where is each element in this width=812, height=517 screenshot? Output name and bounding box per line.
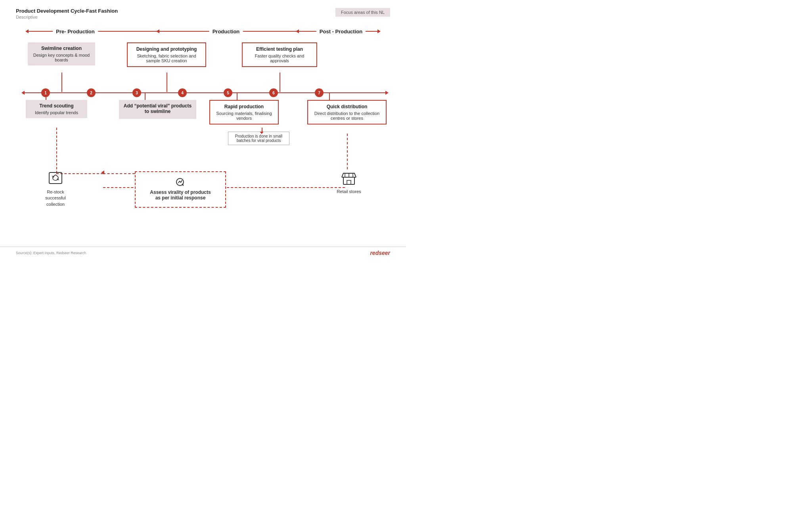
phases-row: Pre- Production Production Post - Produc… <box>16 24 390 38</box>
phase-sep-arrow-1 <box>156 29 159 33</box>
retail-label: Retail stores <box>337 189 361 194</box>
restock-icon <box>47 169 64 187</box>
v-conn-below-5 <box>237 93 237 100</box>
footer-source: Source(s): Expert Inputs, Redseer Resear… <box>16 251 86 255</box>
icon-retail: Retail stores <box>333 169 365 194</box>
note-text: Production is done in small batches for … <box>235 134 283 143</box>
box-trend-desc: Identify popular trends <box>30 110 83 115</box>
svg-line-8 <box>182 184 184 186</box>
box-rapid-title: Rapid production <box>214 104 274 109</box>
box-viral: Add “potential viral” products to swimli… <box>119 100 196 119</box>
box-trend-title: Trend scouting <box>30 103 83 109</box>
svg-rect-0 <box>343 177 354 184</box>
box-rapid-desc: Sourcing materials, finalising vendors <box>214 111 274 121</box>
note-arrowhead <box>260 132 264 134</box>
v-connector-1 <box>61 73 62 92</box>
retail-store-icon <box>340 169 358 187</box>
box-testing-desc: Faster quality checks and approvals <box>247 54 312 63</box>
box-assess: Assess virality of productsas per initia… <box>135 171 226 208</box>
timeline-arrow-left <box>21 91 25 95</box>
box-testing: Efficient testing plan Faster quality ch… <box>242 42 317 67</box>
box-viral-title: Add “potential viral” products to swimli… <box>123 103 192 114</box>
assess-title-text: Assess virality of productsas per initia… <box>141 177 220 201</box>
v-conn-below-3 <box>145 93 146 100</box>
dashed-h-left <box>103 173 135 174</box>
node-5: 5 <box>224 88 232 97</box>
v-connector-3 <box>280 73 280 92</box>
timeline: 1 2 3 4 5 6 7 <box>24 92 386 94</box>
dashed-v-left <box>56 128 57 173</box>
box-rapid: Rapid production Sourcing materials, fin… <box>209 100 279 124</box>
box-designing-title: Designing and prototyping <box>132 46 201 52</box>
restock-label: Re-stock successfulcollection <box>38 189 73 207</box>
box-distribution-desc: Direct distribution to the collection ce… <box>312 111 382 121</box>
box-distribution: Quick distribution Direct distribution t… <box>307 100 387 124</box>
diagram: Swimline creation Design key concepts & … <box>16 38 390 229</box>
svg-rect-2 <box>347 180 351 184</box>
phase-arrow-right <box>377 29 381 33</box>
timeline-line <box>24 92 386 93</box>
assess-icon <box>175 177 186 188</box>
box-trend: Trend scouting Identify popular trends <box>26 100 87 118</box>
box-designing-desc: Sketching, fabric selection and sample S… <box>132 54 201 63</box>
box-swimline: Swimline creation Design key concepts & … <box>28 42 95 65</box>
box-distribution-title: Quick distribution <box>312 104 382 109</box>
phase-label-pre: Pre- Production <box>53 29 98 34</box>
phase-label-post: Post - Production <box>316 29 366 34</box>
node-2: 2 <box>87 88 96 97</box>
note-box: Production is done in small batches for … <box>228 132 289 145</box>
node-1: 1 <box>41 88 50 97</box>
box-testing-title: Efficient testing plan <box>247 46 312 52</box>
icon-restock: Re-stock successfulcollection <box>38 169 73 207</box>
phase-arrow-left <box>25 29 29 33</box>
footer-brand: redseer <box>370 250 390 256</box>
phase-sep-arrow-2 <box>296 29 299 33</box>
timeline-arrow-right <box>385 91 389 95</box>
v-conn-below-6 <box>329 93 330 100</box>
node-3: 3 <box>132 88 141 97</box>
page: Product Development Cycle-Fast Fashion D… <box>0 0 406 258</box>
box-swimline-desc: Design key concepts & mood boards <box>32 53 91 62</box>
phase-label-prod: Production <box>209 29 243 34</box>
v-connector-2 <box>167 73 167 92</box>
page-title: Product Development Cycle-Fast Fashion <box>16 8 118 14</box>
header: Product Development Cycle-Fast Fashion D… <box>16 8 390 19</box>
focus-badge: Focus areas of this NL <box>335 8 390 17</box>
box-swimline-title: Swimline creation <box>32 46 91 51</box>
box-designing: Designing and prototyping Sketching, fab… <box>127 42 206 67</box>
node-4: 4 <box>178 88 187 97</box>
node-6: 6 <box>269 88 278 97</box>
dashed-v-dist <box>347 134 348 169</box>
footer: Source(s): Expert Inputs, Redseer Resear… <box>0 247 406 258</box>
svg-rect-9 <box>49 172 62 184</box>
page-subtitle: Descriptive <box>16 15 118 19</box>
header-left: Product Development Cycle-Fast Fashion D… <box>16 8 118 19</box>
node-7: 7 <box>315 88 324 97</box>
